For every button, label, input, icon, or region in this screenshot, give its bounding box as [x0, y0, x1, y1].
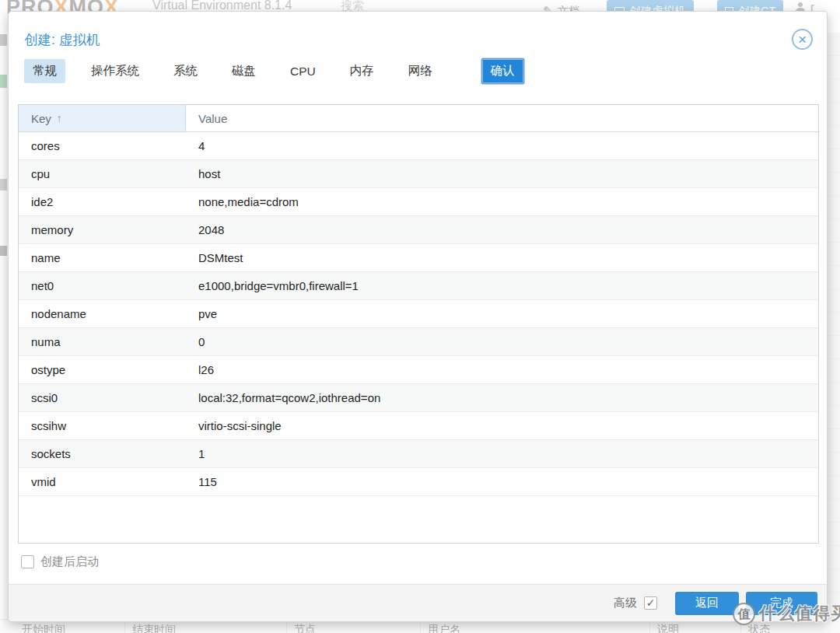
wizard-tabs: 常规操作系统系统磁盘CPU内存网络确认: [24, 58, 524, 84]
table-row-numa[interactable]: numa 0: [19, 328, 818, 356]
close-icon[interactable]: ×: [792, 29, 813, 50]
dialog-title: 创建: 虚拟机: [24, 30, 100, 49]
start-after-created-checkbox[interactable]: [21, 555, 34, 568]
table-row-name[interactable]: name DSMtest: [19, 244, 818, 272]
row-key: ide2: [19, 188, 186, 215]
row-value: 1: [186, 440, 818, 467]
tab-cpu[interactable]: CPU: [282, 61, 324, 82]
sort-ascending-icon: ↑: [57, 112, 62, 124]
smzdm-watermark: 值 什么值得买: [733, 602, 840, 625]
row-value: none,media=cdrom: [186, 188, 818, 215]
value-header-label: Value: [198, 112, 227, 125]
row-value: 2048: [186, 216, 818, 243]
dialog-footer: 高级 ✓ 返回 完成: [9, 584, 827, 621]
table-row-scsi0[interactable]: scsi0 local:32,format=qcow2,iothread=on: [19, 384, 818, 412]
table-row-memory[interactable]: memory 2048: [19, 216, 818, 244]
tab-os[interactable]: 操作系统: [82, 59, 148, 83]
row-value: pve: [186, 300, 818, 327]
row-value: DSMtest: [186, 244, 818, 271]
table-row-nodename[interactable]: nodename pve: [19, 300, 818, 328]
back-button[interactable]: 返回: [675, 592, 739, 615]
row-value: virtio-scsi-single: [186, 412, 818, 439]
create-vm-dialog: 创建: 虚拟机 × 常规操作系统系统磁盘CPU内存网络确认 Key ↑ Valu…: [8, 11, 828, 622]
row-key: vmid: [19, 468, 186, 495]
row-value: l26: [186, 356, 818, 383]
key-column-header[interactable]: Key ↑: [19, 105, 186, 131]
smzdm-watermark-text: 什么值得买: [759, 602, 840, 625]
confirm-table: Key ↑ Value cores 4 cpu host ide2 none,m…: [18, 104, 819, 544]
tab-disks[interactable]: 磁盘: [223, 59, 264, 83]
row-value: local:32,format=qcow2,iothread=on: [186, 384, 818, 411]
row-key: cpu: [19, 160, 186, 187]
table-row-net0[interactable]: net0 e1000,bridge=vmbr0,firewall=1: [19, 272, 818, 300]
table-row-cpu[interactable]: cpu host: [19, 160, 818, 188]
confirm-table-body: cores 4 cpu host ide2 none,media=cdrom m…: [19, 132, 818, 496]
row-key: numa: [19, 328, 186, 355]
row-key: ostype: [19, 356, 186, 383]
key-header-label: Key: [31, 112, 51, 125]
table-row-cores[interactable]: cores 4: [19, 132, 818, 160]
advanced-label: 高级: [614, 596, 637, 610]
table-row-vmid[interactable]: vmid 115: [19, 468, 818, 496]
row-key: scsi0: [19, 384, 186, 411]
row-key: memory: [19, 216, 186, 243]
row-key: sockets: [19, 440, 186, 467]
start-after-created-label: 创建后启动: [40, 554, 99, 569]
row-key: net0: [19, 272, 186, 299]
value-column-header[interactable]: Value: [186, 105, 818, 131]
row-value: 4: [186, 132, 818, 159]
row-key: nodename: [19, 300, 186, 327]
tab-confirm[interactable]: 确认: [481, 58, 524, 84]
smzdm-badge-icon: 值: [733, 603, 755, 625]
row-value: 115: [186, 468, 818, 495]
row-value: host: [186, 160, 818, 187]
table-header: Key ↑ Value: [19, 105, 818, 132]
table-row-ide2[interactable]: ide2 none,media=cdrom: [19, 188, 818, 216]
tab-memory[interactable]: 内存: [341, 59, 383, 83]
row-key: cores: [19, 132, 186, 159]
table-row-scsihw[interactable]: scsihw virtio-scsi-single: [19, 412, 818, 440]
tab-system[interactable]: 系统: [165, 59, 206, 83]
tab-network[interactable]: 网络: [400, 59, 441, 83]
row-value: 0: [186, 328, 818, 355]
row-value: e1000,bridge=vmbr0,firewall=1: [186, 272, 818, 299]
advanced-checkbox[interactable]: ✓: [644, 596, 657, 610]
row-key: name: [19, 244, 186, 271]
row-key: scsihw: [19, 412, 186, 439]
table-row-sockets[interactable]: sockets 1: [19, 440, 818, 468]
tab-general[interactable]: 常规: [24, 59, 65, 83]
table-row-ostype[interactable]: ostype l26: [19, 356, 818, 384]
start-after-created-row: 创建后启动: [21, 554, 99, 569]
